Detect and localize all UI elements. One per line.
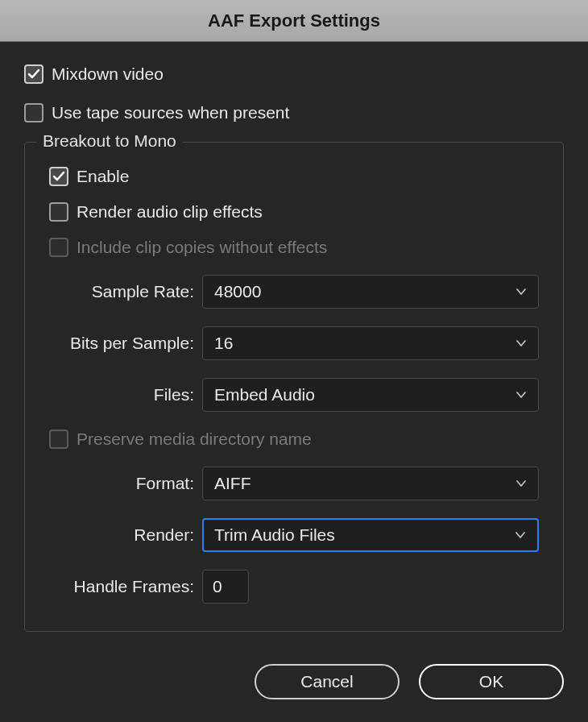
use-tape-sources-checkbox[interactable] bbox=[24, 103, 43, 122]
chevron-down-icon bbox=[515, 529, 526, 541]
chevron-down-icon bbox=[516, 286, 527, 297]
include-copies-checkbox bbox=[49, 238, 68, 257]
check-icon bbox=[27, 68, 40, 81]
render-value: Trim Audio Files bbox=[214, 525, 335, 545]
render-label: Render: bbox=[49, 525, 194, 545]
cancel-button[interactable]: Cancel bbox=[255, 664, 400, 699]
dialog-title: AAF Export Settings bbox=[208, 10, 380, 31]
render-effects-checkbox[interactable] bbox=[49, 202, 68, 222]
render-effects-row[interactable]: Render audio clip effects bbox=[49, 202, 539, 222]
handle-frames-value: 0 bbox=[213, 577, 222, 596]
bits-per-sample-select[interactable]: 16 bbox=[202, 326, 539, 360]
sample-rate-row: Sample Rate: 48000 bbox=[49, 275, 539, 309]
chevron-down-icon bbox=[516, 338, 527, 349]
group-legend: Breakout to Mono bbox=[36, 131, 183, 151]
format-value: AIFF bbox=[214, 474, 251, 493]
format-label: Format: bbox=[49, 474, 194, 493]
format-row: Format: AIFF bbox=[49, 467, 539, 500]
titlebar: AAF Export Settings bbox=[0, 0, 588, 42]
bits-per-sample-row: Bits per Sample: 16 bbox=[49, 326, 539, 360]
use-tape-sources-row[interactable]: Use tape sources when present bbox=[24, 103, 564, 122]
preserve-dir-checkbox bbox=[49, 429, 68, 449]
preserve-dir-label: Preserve media directory name bbox=[77, 429, 312, 449]
mixdown-video-label: Mixdown video bbox=[52, 64, 164, 84]
mixdown-video-checkbox[interactable] bbox=[24, 64, 43, 84]
handle-frames-input[interactable]: 0 bbox=[202, 570, 249, 604]
files-select[interactable]: Embed Audio bbox=[202, 378, 539, 412]
mixdown-video-row[interactable]: Mixdown video bbox=[24, 64, 564, 84]
include-copies-label: Include clip copies without effects bbox=[77, 238, 327, 257]
enable-checkbox[interactable] bbox=[49, 167, 68, 186]
sample-rate-select[interactable]: 48000 bbox=[202, 275, 539, 309]
bits-per-sample-value: 16 bbox=[214, 334, 233, 353]
render-effects-label: Render audio clip effects bbox=[77, 202, 263, 222]
button-row: Cancel OK bbox=[0, 640, 588, 707]
handle-frames-row: Handle Frames: 0 bbox=[49, 570, 539, 604]
include-copies-row: Include clip copies without effects bbox=[49, 238, 539, 257]
format-select[interactable]: AIFF bbox=[202, 467, 539, 500]
handle-frames-label: Handle Frames: bbox=[49, 577, 194, 596]
dialog-body: Mixdown video Use tape sources when pres… bbox=[0, 42, 588, 640]
enable-label: Enable bbox=[77, 167, 129, 186]
preserve-dir-row: Preserve media directory name bbox=[49, 429, 539, 449]
chevron-down-icon bbox=[516, 389, 527, 400]
chevron-down-icon bbox=[516, 478, 527, 489]
bits-per-sample-label: Bits per Sample: bbox=[49, 334, 194, 353]
files-row: Files: Embed Audio bbox=[49, 378, 539, 412]
sample-rate-label: Sample Rate: bbox=[49, 282, 194, 301]
files-value: Embed Audio bbox=[214, 385, 315, 405]
render-row: Render: Trim Audio Files bbox=[49, 518, 539, 552]
breakout-to-mono-group: Breakout to Mono Enable Render audio cli… bbox=[24, 142, 564, 632]
files-label: Files: bbox=[49, 385, 194, 405]
render-select[interactable]: Trim Audio Files bbox=[202, 518, 539, 552]
sample-rate-value: 48000 bbox=[214, 282, 261, 301]
ok-button-label: OK bbox=[479, 672, 503, 691]
cancel-button-label: Cancel bbox=[300, 672, 353, 691]
ok-button[interactable]: OK bbox=[419, 664, 564, 699]
enable-row[interactable]: Enable bbox=[49, 167, 539, 186]
use-tape-sources-label: Use tape sources when present bbox=[52, 103, 289, 122]
check-icon bbox=[52, 170, 65, 183]
